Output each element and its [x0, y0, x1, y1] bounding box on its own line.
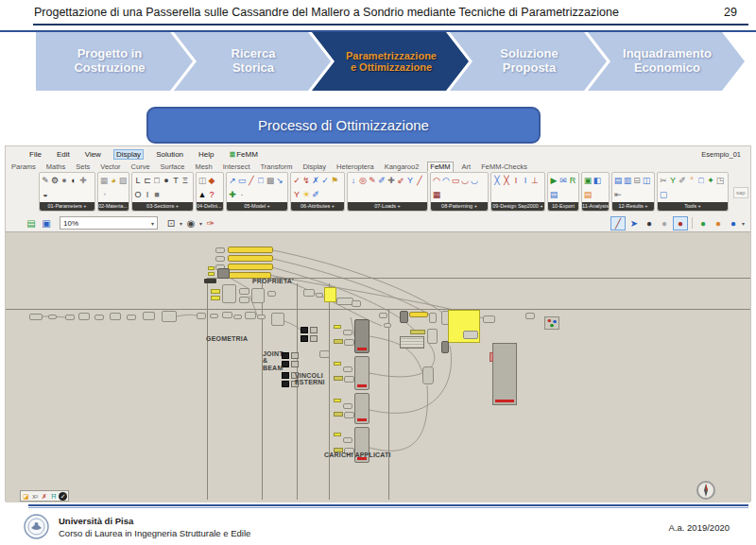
- toolbar-icon[interactable]: Y: [405, 174, 415, 188]
- toolbar-icon[interactable]: ▥: [623, 174, 632, 188]
- toolbar-icon[interactable]: L: [133, 174, 143, 188]
- toolbar-icon[interactable]: ✗: [311, 174, 320, 188]
- toolbar-icon[interactable]: ⊏: [143, 174, 152, 188]
- gh-node-comp[interactable]: [344, 339, 354, 346]
- gh-node-black[interactable]: [301, 327, 308, 333]
- toolbar-icon[interactable]: ✐: [377, 174, 387, 188]
- gh-node-black[interactable]: [301, 335, 308, 342]
- toolbar-icon[interactable]: ●: [162, 174, 171, 188]
- toolbar-icon[interactable]: Ξ: [180, 174, 190, 188]
- toolbar-icon[interactable]: ■: [152, 188, 162, 202]
- tab-curve[interactable]: Curve: [129, 162, 152, 172]
- gh-node-tall[interactable]: [492, 343, 517, 405]
- tab-params[interactable]: Params: [9, 162, 38, 172]
- toolbar-icon[interactable]: ◐: [69, 174, 78, 188]
- preview-wireframe-icon[interactable]: ●: [658, 217, 671, 230]
- toolbar-icon[interactable]: ▤: [613, 174, 623, 188]
- gh-node-ypanel[interactable]: [324, 287, 336, 302]
- gh-node-comp[interactable]: [29, 314, 43, 320]
- toolbar-icon[interactable]: I: [511, 174, 521, 188]
- toolbar-icon[interactable]: ⚙: [50, 174, 60, 188]
- gh-node-comp[interactable]: [379, 313, 387, 318]
- toolbar-icon[interactable]: ▭: [237, 174, 247, 188]
- toolbar-icon[interactable]: I: [521, 174, 530, 188]
- toolbar-icon[interactable]: ✎: [41, 174, 50, 188]
- gh-node-slider[interactable]: [409, 312, 428, 317]
- gh-node-ymini[interactable]: [334, 433, 341, 436]
- gh-node-comp[interactable]: [239, 297, 249, 303]
- gh-node-olive[interactable]: [334, 376, 343, 381]
- toolbar-icon[interactable]: ◠: [441, 174, 451, 188]
- toolbar-group-label[interactable]: 03-Sections +: [132, 202, 193, 211]
- toolbar-icon[interactable]: ◆: [207, 174, 216, 188]
- toolbar-icon[interactable]: ⇤: [613, 188, 623, 202]
- gh-node-slider[interactable]: [228, 264, 273, 270]
- zoom-level-select[interactable]: 10% ▾: [60, 216, 158, 230]
- toolbar-group-label[interactable]: 10-Export: [548, 202, 578, 211]
- toolbar-icon[interactable]: ◫: [642, 174, 651, 188]
- toolbar-icon[interactable]: °: [687, 174, 696, 188]
- gh-node-comp[interactable]: [210, 314, 218, 318]
- toolbar-icon[interactable]: ✚: [387, 174, 396, 188]
- gh-node-comp[interactable]: [316, 293, 323, 298]
- gh-node-comp[interactable]: [222, 312, 232, 318]
- toolbar-group-label[interactable]: 02-Materia... +: [98, 202, 129, 211]
- preview-icon[interactable]: ◉: [184, 217, 198, 230]
- gh-node-comp[interactable]: [352, 300, 361, 307]
- gh-node-comp[interactable]: [215, 247, 225, 253]
- toolbar-icon[interactable]: ·: [237, 188, 247, 202]
- gh-node-ymini[interactable]: [334, 362, 341, 366]
- gh-node-comp[interactable]: [143, 312, 155, 320]
- sphere-green-icon[interactable]: ●: [696, 217, 710, 230]
- preview-shaded-icon[interactable]: ●: [673, 216, 688, 230]
- tab-surface[interactable]: Surface: [159, 162, 187, 172]
- node-canvas[interactable]: ◪x²✗Ħ✓ PROPRIETA'GEOMETRIAJOINT & BEAMVI…: [6, 231, 750, 502]
- toolbar-icon[interactable]: ✓: [320, 174, 330, 188]
- toolbar-icon[interactable]: ⊟: [632, 174, 642, 188]
- gh-node-comp[interactable]: [271, 313, 284, 326]
- status-grid-icon[interactable]: Ħ: [49, 492, 58, 501]
- toolbar-icon[interactable]: ◠: [432, 174, 441, 188]
- gh-node-comp[interactable]: [343, 437, 352, 443]
- gh-node-comp[interactable]: [463, 331, 478, 339]
- toolbar-group-label[interactable]: Tools +: [658, 202, 728, 211]
- toolbar-icon[interactable]: ▢: [659, 188, 668, 202]
- gh-node-comp[interactable]: [319, 350, 330, 358]
- toolbar-icon[interactable]: ✐: [311, 188, 320, 202]
- toolbar-icon[interactable]: ╱: [415, 174, 424, 188]
- toolbar-group-label[interactable]: 06-Attributes +: [291, 202, 344, 211]
- gh-node-black[interactable]: [282, 381, 289, 387]
- menu-femm[interactable]: ≣FeMM: [227, 149, 261, 160]
- toolbar-icon[interactable]: ▦: [432, 188, 441, 202]
- gh-node-comp[interactable]: [427, 329, 438, 344]
- tab-heteroptera[interactable]: Heteroptera: [335, 162, 376, 172]
- tab-maths[interactable]: Maths: [44, 162, 67, 172]
- gh-node-comp[interactable]: [343, 403, 352, 409]
- sphere-blue-icon[interactable]: ●: [727, 217, 740, 230]
- gh-node-ymini[interactable]: [208, 266, 215, 270]
- gh-node-gbox[interactable]: [291, 361, 299, 367]
- chevron-down-icon[interactable]: ▾: [742, 220, 745, 227]
- fast-preview-icon[interactable]: ➤: [627, 217, 641, 230]
- toolbar-icon[interactable]: ⊥: [530, 174, 540, 188]
- save-icon[interactable]: ▣: [40, 217, 53, 230]
- gh-node-comp[interactable]: [215, 256, 225, 262]
- toolbar-icon[interactable]: I: [143, 188, 152, 202]
- status-expression-icon[interactable]: x²: [31, 492, 40, 501]
- gh-node-slider[interactable]: [228, 255, 273, 262]
- toolbar-icon[interactable]: ◧: [593, 174, 602, 188]
- toolbar-icon[interactable]: ◳: [715, 174, 725, 188]
- gh-node-comp[interactable]: [344, 412, 354, 418]
- gh-node-comp[interactable]: [78, 313, 90, 320]
- tab-display[interactable]: Display: [301, 162, 328, 172]
- toolbar-icon[interactable]: Y: [668, 174, 678, 188]
- toolbar-icon[interactable]: □: [696, 174, 706, 188]
- gh-node-comp[interactable]: [429, 313, 437, 323]
- gh-node-comp[interactable]: [222, 284, 236, 303]
- toolbar-icon[interactable]: ✓: [292, 174, 301, 188]
- gh-node-cluster[interactable]: [354, 356, 369, 390]
- toolbar-icon[interactable]: T: [171, 174, 180, 188]
- gh-node-comp[interactable]: [110, 313, 121, 320]
- toolbar-icon[interactable]: ✚: [78, 174, 88, 188]
- toolbar-icon[interactable]: ✚: [228, 188, 237, 202]
